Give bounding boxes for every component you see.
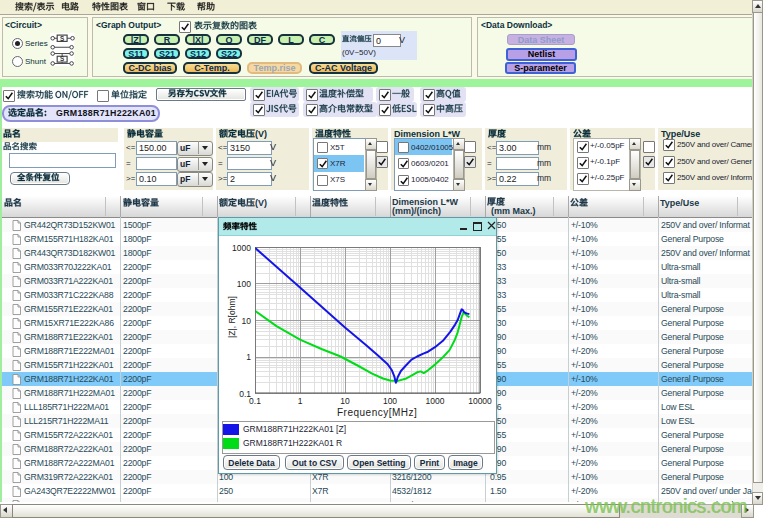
svg-text:S: S: [60, 55, 64, 62]
svg-text:S: S: [60, 35, 64, 42]
